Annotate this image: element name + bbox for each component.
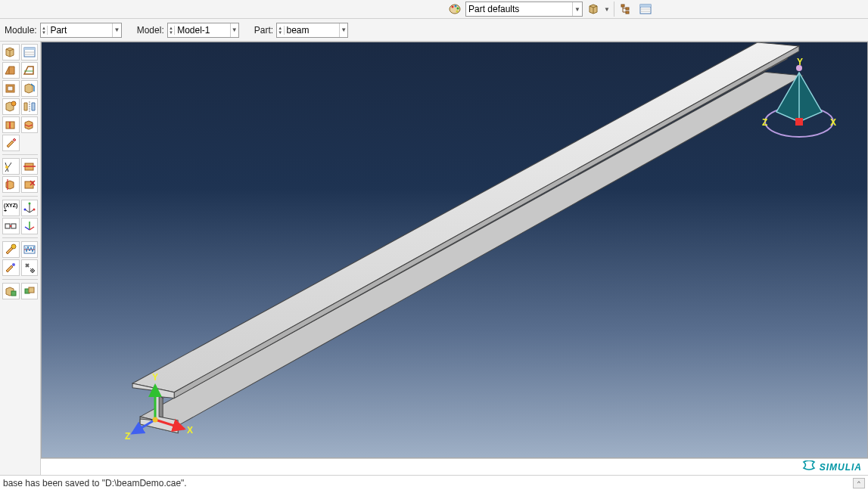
tools-tool[interactable] [21,259,39,276]
attachment-tool[interactable] [2,218,20,234]
svg-point-29 [33,209,35,211]
svg-rect-5 [621,5,624,7]
svg-point-34 [12,263,15,266]
svg-marker-42 [132,42,799,392]
svg-rect-7 [626,11,629,14]
geom-repair-tool[interactable] [2,241,20,258]
spinner-icon[interactable]: ▲▼ [277,26,284,35]
svg-rect-37 [29,287,34,293]
part-manager-tool[interactable] [21,44,39,60]
palette-separator [2,196,38,197]
color-code-tool[interactable] [2,283,20,299]
svg-rect-10 [640,5,651,7]
spinner-icon[interactable]: ▲▼ [41,26,48,35]
mirror-tool[interactable] [21,98,39,115]
chevron-down-icon[interactable]: ▼ [572,2,582,16]
svg-point-1 [452,6,454,8]
svg-marker-43 [174,46,799,399]
svg-rect-31 [11,224,16,228]
xyz-label-icon: (XYZ)+ [4,203,17,213]
model-combo[interactable]: ▲▼ ▼ [167,23,239,38]
svg-rect-19 [8,86,13,91]
beam-model[interactable] [42,42,867,457]
palette-icon[interactable] [446,1,463,17]
model-value[interactable] [175,23,230,37]
svg-rect-14 [24,48,35,50]
message-text: base has been saved to "D:\beamDemo.cae"… [3,478,187,488]
simulia-logo: SIMULIA [801,461,862,474]
svg-point-20 [11,101,16,106]
svg-point-3 [457,8,459,10]
reference-pt-tool[interactable] [2,259,20,276]
query-tool[interactable] [21,241,39,258]
render-toolbar: ▼ ▼ [0,0,868,19]
module-label: Module: [5,25,37,36]
shape-solid-tool[interactable] [2,62,20,79]
scroll-up-icon[interactable]: ^ [853,478,865,488]
shape-shell-tool[interactable] [21,62,39,79]
svg-point-27 [28,203,30,205]
svg-marker-38 [140,72,803,426]
render-style-value[interactable] [466,2,572,16]
svg-rect-6 [626,8,629,10]
datum-csys-3p-tool[interactable] [21,200,39,216]
palette-separator [2,154,38,155]
module-value[interactable] [48,23,112,37]
svg-point-32 [11,244,16,249]
svg-rect-35 [11,291,16,296]
svg-rect-30 [5,224,10,228]
shape-cut-tool[interactable] [21,80,39,97]
svg-point-4 [456,11,459,13]
create-part-tool[interactable] [2,44,20,60]
datum-plane-tool[interactable] [2,176,20,193]
module-combo[interactable]: ▲▼ ▼ [40,23,122,38]
tree-view-icon[interactable] [618,1,635,17]
svg-point-28 [23,209,26,211]
svg-point-2 [455,5,457,8]
box-display-icon[interactable] [585,1,602,17]
palette-separator [2,237,38,238]
chevron-down-icon[interactable]: ▼ [112,23,120,37]
datum-csys-tool[interactable]: (XYZ)+ [2,200,20,216]
chevron-down-icon[interactable]: ▼ [339,23,347,37]
branding-bar: SIMULIA [41,458,868,475]
datum-point-tool[interactable] [2,158,20,175]
svg-point-24 [5,166,8,169]
part-combo[interactable]: ▲▼ ▼ [276,23,348,38]
tool-palette: (XYZ)+ [0,42,41,475]
grid-view-icon[interactable] [637,1,654,17]
message-bar: base has been saved to "D:\beamDemo.cae"… [0,475,868,490]
viewport-container: Y X Z Y X Z SIMULIA [41,42,868,475]
datum-axis-tool[interactable] [21,158,39,175]
viewport[interactable]: Y X Z Y X Z [41,42,868,458]
shape-wire-tool[interactable] [2,80,20,97]
round-tool[interactable] [2,98,20,115]
spinner-icon[interactable]: ▲▼ [168,26,175,35]
part-value[interactable] [285,23,340,37]
toolbar-separator [614,2,614,17]
render-style-combo[interactable]: ▼ [465,2,583,17]
remove-face-tool[interactable] [21,176,39,193]
model-label: Model: [137,25,164,36]
chevron-down-icon[interactable]: ▼ [604,6,610,13]
extent-tool[interactable] [21,283,39,299]
main-area: (XYZ)+ [0,42,868,475]
part-label: Part: [254,25,273,36]
partition-cell-tool[interactable] [21,116,39,133]
simulia-text: SIMULIA [820,462,862,473]
partition-face-tool[interactable] [2,116,20,133]
edit-tool[interactable] [2,135,20,151]
chevron-down-icon[interactable]: ▼ [230,23,238,37]
palette-separator [2,279,38,280]
triad-tool[interactable] [21,218,39,234]
context-bar: Module: ▲▼ ▼ Model: ▲▼ ▼ Part: ▲▼ ▼ [0,19,868,42]
